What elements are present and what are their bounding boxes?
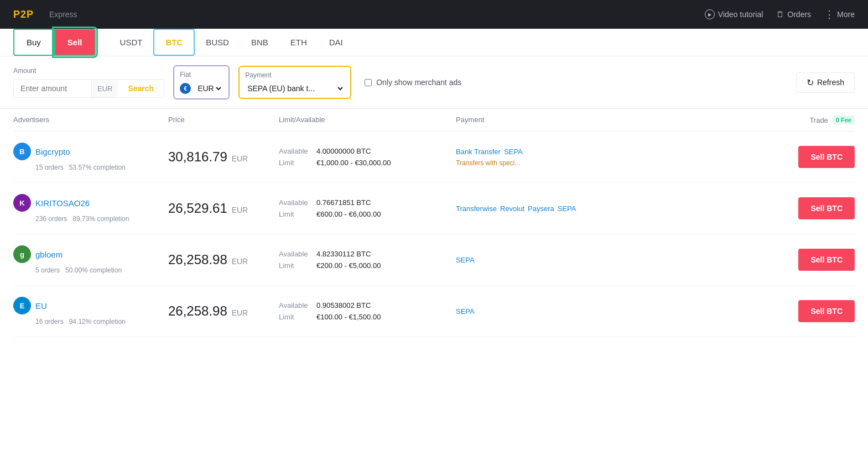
payment-tag[interactable]: Paysera <box>528 204 554 213</box>
sell-btc-button[interactable]: Sell BTC <box>798 300 855 322</box>
payment-cell: SEPA <box>456 307 589 316</box>
limit-row: Limit €100.00 - €1,500.00 <box>279 313 456 321</box>
nav-left: P2P Express <box>13 9 77 20</box>
available-label: Available <box>279 250 312 258</box>
table-header: Advertisers Price Limit/Available Paymen… <box>13 109 855 132</box>
merchant-label[interactable]: Only show merchant ads <box>376 78 461 87</box>
refresh-button[interactable]: ↻ Refresh <box>796 72 855 93</box>
tab-bnb[interactable]: BNB <box>240 30 279 55</box>
fiat-section: Fiat € EUR USD GBP <box>173 65 230 99</box>
table-row: g gbloem 5 orders 50.00% completion 26,2… <box>13 234 855 286</box>
col-price: Price <box>168 116 279 124</box>
buy-sell-group: Buy Sell <box>13 29 96 56</box>
available-value: 0.76671851 BTC <box>316 198 371 207</box>
available-label: Available <box>279 301 312 309</box>
amount-input-wrap: EUR Search <box>13 79 164 98</box>
payment-tag[interactable]: SEPA <box>558 204 576 213</box>
col-payment: Payment <box>456 116 589 124</box>
amount-input[interactable] <box>14 80 91 97</box>
filters-row: Amount EUR Search Fiat € EUR USD GBP Pay… <box>0 56 868 109</box>
price-currency: EUR <box>230 257 248 266</box>
price-currency: EUR <box>230 308 248 317</box>
limit-label: Limit <box>279 210 312 218</box>
payment-tag[interactable]: SEPA <box>504 148 523 156</box>
express-label[interactable]: Express <box>49 10 77 19</box>
trade-cell: Sell BTC <box>589 197 855 219</box>
available-value: 0.90538002 BTC <box>316 301 371 309</box>
advertiser-stats: 5 orders 50.00% completion <box>13 266 168 274</box>
payment-tags: TransferwiseRevolutPayseraSEPA <box>456 204 589 213</box>
amount-section: Amount EUR Search <box>13 67 164 98</box>
table-row: B Bigcrypto 15 orders 53.57% completion … <box>13 132 855 183</box>
available-value: 4.82330112 BTC <box>316 250 371 258</box>
orders-link[interactable]: 🗒 Orders <box>776 10 811 19</box>
tab-eth[interactable]: ETH <box>279 30 318 55</box>
fee-badge: 0 Fee <box>833 116 855 124</box>
available-row: Available 4.82330112 BTC <box>279 250 456 258</box>
payment-tag[interactable]: Transferwise <box>456 204 497 213</box>
payment-tag[interactable]: SEPA <box>456 256 475 264</box>
payment-tag[interactable]: Bank Transfer <box>456 148 501 156</box>
limit-value: €100.00 - €1,500.00 <box>316 313 381 321</box>
brand-logo[interactable]: P2P <box>13 9 34 20</box>
sell-btc-button[interactable]: Sell BTC <box>798 249 855 271</box>
tab-dai[interactable]: DAI <box>318 30 354 55</box>
nav-right: ▶ Video tutorial 🗒 Orders ⋮ More <box>705 8 855 20</box>
limit-row: Limit €200.00 - €5,000.00 <box>279 261 456 270</box>
doc-icon: 🗒 <box>776 10 784 19</box>
tab-btc[interactable]: BTC <box>153 29 195 56</box>
payment-tag[interactable]: Revolut <box>500 204 524 213</box>
advertiser-cell: B Bigcrypto 15 orders 53.57% completion <box>13 143 168 171</box>
advertiser-name-wrap: g gbloem <box>13 245 168 263</box>
advertiser-cell: g gbloem 5 orders 50.00% completion <box>13 245 168 274</box>
limit-cell: Available 0.90538002 BTC Limit €100.00 -… <box>279 301 456 321</box>
limit-value: €1,000.00 - €30,000.00 <box>316 159 391 167</box>
table-row: E EU 16 orders 94.12% completion 26,258.… <box>13 286 855 337</box>
merchant-checkbox[interactable] <box>365 79 372 86</box>
payment-cell: SEPA <box>456 256 589 264</box>
payment-select[interactable]: SEPA (EU) bank t... Bank Transfer Transf… <box>245 83 345 93</box>
price-currency: EUR <box>230 206 248 214</box>
payment-tag[interactable]: SEPA <box>456 307 475 316</box>
amount-label: Amount <box>13 67 164 75</box>
limit-value: €600.00 - €6,000.00 <box>316 210 381 218</box>
price-currency: EUR <box>230 154 248 163</box>
advertiser-name[interactable]: EU <box>35 301 47 311</box>
tab-usdt[interactable]: USDT <box>109 30 154 55</box>
tab-row: Buy Sell USDT BTC BUSD BNB ETH DAI <box>0 29 868 56</box>
payment-note[interactable]: Transfers with speci... <box>456 159 520 167</box>
limit-label: Limit <box>279 261 312 270</box>
trade-cell: Sell BTC <box>589 146 855 168</box>
col-advertisers: Advertisers <box>13 116 168 124</box>
advertiser-name[interactable]: gbloem <box>35 250 63 259</box>
buy-tab[interactable]: Buy <box>13 29 54 56</box>
advertiser-stats: 16 orders 94.12% completion <box>13 318 168 326</box>
price-cell: 26,258.98 EUR <box>168 303 279 319</box>
sell-btc-button[interactable]: Sell BTC <box>798 146 855 168</box>
trade-cell: Sell BTC <box>589 300 855 322</box>
top-navigation: P2P Express ▶ Video tutorial 🗒 Orders ⋮ … <box>0 0 868 29</box>
search-button[interactable]: Search <box>118 80 164 97</box>
sell-btc-button[interactable]: Sell BTC <box>798 197 855 219</box>
sell-tab[interactable]: Sell <box>54 29 96 56</box>
advertiser-stats: 236 orders 89.73% completion <box>13 215 168 223</box>
advertiser-avatar: E <box>13 297 31 314</box>
advertiser-name-wrap: B Bigcrypto <box>13 143 168 160</box>
limit-value: €200.00 - €5,000.00 <box>316 261 381 270</box>
tab-busd[interactable]: BUSD <box>195 30 240 55</box>
fiat-select[interactable]: EUR USD GBP <box>195 83 223 93</box>
fiat-flag-icon: € <box>180 83 191 94</box>
table-body: B Bigcrypto 15 orders 53.57% completion … <box>13 132 855 337</box>
available-value: 4.00000000 BTC <box>316 147 371 155</box>
more-menu[interactable]: ⋮ More <box>824 8 855 20</box>
limit-row: Limit €1,000.00 - €30,000.00 <box>279 159 456 167</box>
fiat-select-wrap: € EUR USD GBP <box>180 83 223 94</box>
video-tutorial-link[interactable]: ▶ Video tutorial <box>705 9 763 19</box>
price-cell: 26,529.61 EUR <box>168 201 279 216</box>
payment-label: Payment <box>245 71 345 79</box>
advertiser-name[interactable]: KIRITOSAO26 <box>35 198 90 208</box>
advertiser-name[interactable]: Bigcrypto <box>35 147 70 156</box>
available-label: Available <box>279 198 312 207</box>
price-cell: 30,816.79 EUR <box>168 149 279 165</box>
advertiser-cell: E EU 16 orders 94.12% completion <box>13 297 168 326</box>
